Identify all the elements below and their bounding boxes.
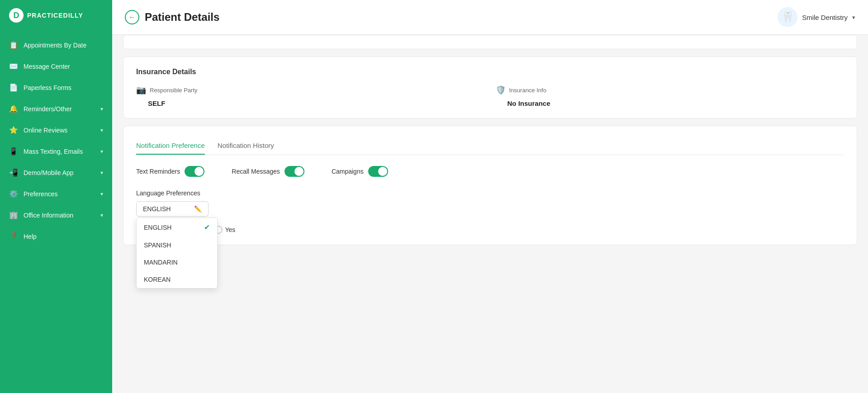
insurance-info-icon-row: 🛡️ Insurance Info bbox=[496, 85, 844, 95]
help-icon: ❓ bbox=[9, 232, 18, 241]
insurance-info-label: Insurance Info bbox=[509, 87, 546, 94]
check-icon: ✔ bbox=[204, 223, 210, 232]
dropdown-item-spanish[interactable]: SPANISH bbox=[137, 237, 217, 254]
chevron-down-icon: ▾ bbox=[100, 148, 103, 155]
text-reminders-toggle[interactable] bbox=[185, 166, 204, 177]
chevron-down-icon: ▾ bbox=[100, 170, 103, 176]
sidebar-item-preferences[interactable]: ⚙️ Preferences ▾ bbox=[0, 183, 112, 204]
dropdown-item-korean[interactable]: KOREAN bbox=[137, 271, 217, 288]
chevron-down-icon: ▾ bbox=[100, 212, 103, 218]
language-dropdown-value: ENGLISH bbox=[143, 205, 171, 213]
page-title: Patient Details bbox=[145, 11, 219, 24]
dropdown-item-mandarin[interactable]: MANDARIN bbox=[137, 254, 217, 271]
responsible-party-icon: 📷 bbox=[136, 85, 146, 95]
sidebar-item-office-info[interactable]: 🏢 Office Information ▾ bbox=[0, 204, 112, 226]
online-reviews-icon: ⭐ bbox=[9, 126, 18, 134]
chevron-down-icon: ▾ bbox=[100, 127, 103, 133]
sidebar-item-label-mass-texting: Mass Texting, Emails bbox=[24, 148, 83, 155]
campaigns-toggle[interactable] bbox=[368, 166, 388, 177]
insurance-grid: 📷 Responsible Party SELF 🛡️ Insurance In… bbox=[136, 85, 844, 107]
back-button[interactable]: ← bbox=[125, 10, 139, 24]
sidebar-item-help[interactable]: ❓ Help bbox=[0, 226, 112, 247]
sidebar-item-label-reminders: Reminders/Other bbox=[24, 105, 72, 113]
sidebar-item-label-help: Help bbox=[24, 233, 37, 240]
main-content: ← Patient Details 🦷 Smile Dentistry ▾ In… bbox=[112, 0, 868, 393]
dropdown-item-label-mandarin: MANDARIN bbox=[144, 259, 178, 266]
practice-name: Smile Dentistry bbox=[802, 14, 848, 21]
whatsapp-question-row: W or this Patient? No Yes bbox=[136, 226, 844, 234]
sidebar-item-online-reviews[interactable]: ⭐ Online Reviews ▾ bbox=[0, 119, 112, 141]
dropdown-item-label-korean: KOREAN bbox=[144, 276, 171, 283]
demo-mobile-icon: 📲 bbox=[9, 168, 18, 177]
campaigns-toggle-group: Campaigns bbox=[332, 166, 388, 177]
language-dropdown-button[interactable]: ENGLISH ✏️ bbox=[136, 201, 209, 217]
insurance-info-value: No Insurance bbox=[496, 99, 844, 107]
toggle-knob bbox=[294, 167, 304, 176]
language-preferences-section: Language Preferences ENGLISH ✏️ ENGLISH … bbox=[136, 189, 844, 217]
toggle-knob bbox=[194, 167, 204, 176]
chevron-down-icon: ▾ bbox=[100, 106, 103, 112]
logo-icon: D bbox=[9, 8, 24, 23]
logo: D PRACTICEDILLY bbox=[0, 0, 112, 31]
sidebar-nav: 📋 Appointments By Date ✉️ Message Center… bbox=[0, 31, 112, 393]
logo-text: PRACTICEDILLY bbox=[27, 12, 83, 19]
responsible-party-value: SELF bbox=[136, 99, 485, 107]
appointments-icon: 📋 bbox=[9, 41, 18, 49]
language-preferences-label: Language Preferences bbox=[136, 189, 844, 197]
sidebar-item-label-message-center: Message Center bbox=[24, 63, 70, 70]
recall-messages-toggle-group: Recall Messages bbox=[232, 166, 304, 177]
paperless-forms-icon: 📄 bbox=[9, 83, 18, 92]
message-center-icon: ✉️ bbox=[9, 62, 18, 71]
insurance-info-icon: 🛡️ bbox=[496, 85, 506, 95]
reminders-icon: 🔔 bbox=[9, 104, 18, 113]
insurance-section-title: Insurance Details bbox=[136, 68, 844, 76]
responsible-party-icon-row: 📷 Responsible Party bbox=[136, 85, 485, 95]
preferences-icon: ⚙️ bbox=[9, 189, 18, 198]
insurance-details-card: Insurance Details 📷 Responsible Party SE… bbox=[123, 57, 857, 118]
toggle-knob bbox=[378, 167, 387, 176]
language-dropdown-wrapper: ENGLISH ✏️ ENGLISH ✔ SPANISH MANDA bbox=[136, 201, 209, 217]
edit-icon: ✏️ bbox=[194, 205, 202, 213]
sidebar-item-mass-texting[interactable]: 📱 Mass Texting, Emails ▾ bbox=[0, 141, 112, 162]
notification-tabs: Notification Preference Notification His… bbox=[136, 137, 844, 155]
header-left: ← Patient Details bbox=[125, 10, 219, 24]
sidebar-item-label-demo-mobile: Demo/Mobile App bbox=[24, 169, 74, 176]
content-area: Insurance Details 📷 Responsible Party SE… bbox=[112, 35, 868, 393]
sidebar-item-label-office-info: Office Information bbox=[24, 212, 73, 219]
responsible-party-label: Responsible Party bbox=[150, 87, 198, 94]
sidebar-item-demo-mobile[interactable]: 📲 Demo/Mobile App ▾ bbox=[0, 162, 112, 183]
notification-preference-card: Notification Preference Notification His… bbox=[123, 126, 857, 245]
dropdown-item-label-spanish: SPANISH bbox=[144, 241, 171, 249]
recall-messages-toggle[interactable] bbox=[285, 166, 304, 177]
sidebar-item-reminders[interactable]: 🔔 Reminders/Other ▾ bbox=[0, 98, 112, 119]
sidebar-item-paperless-forms[interactable]: 📄 Paperless Forms bbox=[0, 77, 112, 98]
toggles-row: Text Reminders Recall Messages Campaigns bbox=[136, 166, 844, 177]
top-stub-card bbox=[123, 35, 857, 49]
sidebar-item-label-paperless-forms: Paperless Forms bbox=[24, 84, 71, 91]
page-header: ← Patient Details 🦷 Smile Dentistry ▾ bbox=[112, 0, 868, 35]
avatar: 🦷 bbox=[778, 7, 797, 27]
chevron-down-icon: ▾ bbox=[100, 191, 103, 197]
sidebar-item-message-center[interactable]: ✉️ Message Center bbox=[0, 56, 112, 77]
mass-texting-icon: 📱 bbox=[9, 147, 18, 156]
responsible-party-group: 📷 Responsible Party SELF bbox=[136, 85, 485, 107]
tab-notification-preference[interactable]: Notification Preference bbox=[136, 137, 205, 155]
campaigns-label: Campaigns bbox=[332, 168, 364, 175]
language-dropdown-menu: ENGLISH ✔ SPANISH MANDARIN KOREAN bbox=[136, 218, 218, 289]
tab-notification-history[interactable]: Notification History bbox=[218, 137, 274, 155]
sidebar-item-label-online-reviews: Online Reviews bbox=[24, 127, 67, 134]
text-reminders-toggle-group: Text Reminders bbox=[136, 166, 204, 177]
office-info-icon: 🏢 bbox=[9, 211, 18, 219]
dropdown-item-english[interactable]: ENGLISH ✔ bbox=[137, 218, 217, 237]
sidebar-item-appointments[interactable]: 📋 Appointments By Date bbox=[0, 34, 112, 56]
practice-selector[interactable]: 🦷 Smile Dentistry ▾ bbox=[778, 7, 855, 27]
radio-yes-label: Yes bbox=[225, 226, 236, 233]
sidebar-item-label-appointments: Appointments By Date bbox=[24, 42, 86, 49]
text-reminders-label: Text Reminders bbox=[136, 168, 180, 175]
recall-messages-label: Recall Messages bbox=[232, 168, 280, 175]
sidebar-item-label-preferences: Preferences bbox=[24, 190, 57, 198]
chevron-down-icon: ▾ bbox=[852, 14, 855, 21]
sidebar: D PRACTICEDILLY 📋 Appointments By Date ✉… bbox=[0, 0, 112, 393]
dropdown-item-label-english: ENGLISH bbox=[144, 224, 171, 231]
insurance-info-group: 🛡️ Insurance Info No Insurance bbox=[496, 85, 844, 107]
